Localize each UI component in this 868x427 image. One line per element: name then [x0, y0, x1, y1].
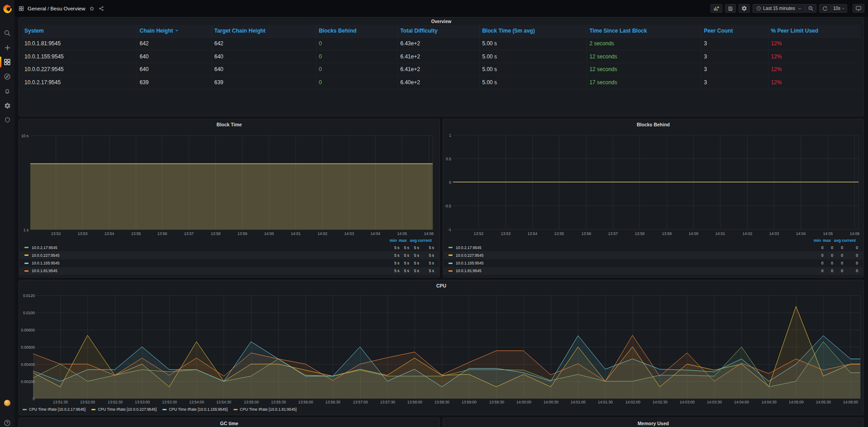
column-header[interactable]: Target Chain Height [212, 25, 316, 37]
legend-series-swatch[interactable] [448, 270, 453, 272]
panel-title-gc-time[interactable]: GC time [19, 421, 439, 426]
legend-item[interactable]: CPU Time IRate [10.0.0.227:9545] [91, 407, 157, 412]
legend-series-name[interactable]: 10.0.0.227:9545 [456, 253, 483, 258]
legend-stat-value: 0 [856, 253, 858, 258]
x-axis-tick-label: 14:03:30 [707, 400, 722, 404]
legend-series-name[interactable]: 10.0.2.17:9545 [32, 245, 57, 250]
column-header[interactable]: Peer Count [701, 25, 768, 37]
cycle-view-mode-button[interactable] [853, 4, 864, 13]
legend-series-name[interactable]: 10.0.1.155:9545 [456, 261, 483, 265]
sidebar-item-alerting[interactable] [0, 84, 14, 98]
legend-stat-header[interactable]: min [814, 238, 821, 243]
legend-stat-header[interactable]: max [399, 238, 407, 243]
dashboard-settings-button[interactable] [739, 4, 750, 13]
x-axis-tick-label: 13:52:30 [108, 400, 123, 404]
legend-stat-header[interactable]: avg [834, 238, 841, 243]
column-header[interactable]: Time Since Last Block [587, 25, 701, 37]
share-dashboard-button[interactable] [99, 6, 104, 11]
legend-stat-header[interactable]: min [390, 238, 397, 243]
time-controls: Last 15 minutes [753, 4, 816, 13]
time-range-picker[interactable]: Last 15 minutes [753, 4, 806, 13]
column-header[interactable]: Blocks Behind [316, 25, 398, 37]
legend-item[interactable]: CPU Time IRate [10.0.2.17:9545] [23, 407, 86, 412]
table-cell: 6.41e+2 [398, 63, 480, 76]
legend-stat-value: 0 [831, 253, 833, 258]
column-header[interactable]: Block Time (5m avg) [480, 25, 587, 37]
legend-stat-header[interactable]: current [842, 238, 856, 243]
x-axis-tick-label: 13:54 [528, 231, 538, 236]
x-axis-tick-label: 13:52:00 [80, 400, 95, 404]
sidebar-item-configuration[interactable] [0, 98, 14, 113]
refresh-interval-label: 10s [833, 6, 841, 11]
x-axis-tick-label: 14:03 [769, 231, 779, 236]
legend-series-swatch[interactable] [24, 270, 29, 272]
table-row: 10.0.2.17:954563963906.40e+25.00 s17 sec… [22, 76, 860, 89]
add-panel-button[interactable] [711, 4, 722, 13]
legend-row: 10.0.1.81:95455 s5 s5 s5 s [19, 267, 439, 275]
legend-stat-value: 0 [831, 261, 833, 265]
x-axis-tick-label: 13:54 [105, 231, 114, 236]
column-header[interactable]: Chain Height [137, 25, 212, 37]
sidebar-item-dashboards[interactable] [0, 55, 14, 69]
sidebar-item-explore[interactable] [0, 69, 14, 84]
x-axis-tick-label: 14:02:00 [625, 400, 640, 404]
legend-series-swatch[interactable] [24, 254, 29, 256]
clock-icon [756, 6, 761, 11]
table-cell: 2 seconds [587, 37, 701, 50]
legend-stat-value: 0 [841, 261, 843, 265]
chevron-down-icon [797, 6, 802, 11]
panel-title-overview[interactable]: Overview [19, 19, 863, 24]
legend-series-swatch[interactable] [448, 247, 453, 248]
grafana-logo[interactable] [0, 4, 14, 14]
legend-stat-header[interactable]: max [823, 238, 831, 243]
legend-series-name[interactable]: 10.0.0.227:9545 [32, 253, 59, 258]
legend-stat-value: 5 s [429, 253, 434, 258]
sidebar-item-help[interactable] [0, 416, 14, 427]
column-header[interactable]: System [22, 25, 137, 37]
table-cell: 12% [768, 37, 860, 50]
add-panel-icon [713, 6, 720, 11]
legend-stat-header[interactable]: avg [410, 238, 417, 243]
table-row: 10.0.0.227:954564064006.41e+25.00 s12 se… [22, 63, 860, 76]
table-cell: 10.0.1.155:9545 [22, 50, 137, 63]
x-axis-tick-label: 14:01:30 [598, 400, 613, 404]
sidebar-item-create[interactable] [0, 40, 14, 55]
legend-item[interactable]: CPU Time IRate [10.0.1.155:9545] [162, 407, 228, 412]
table-row: 10.0.1.81:954564264206.43e+25.00 s2 seco… [22, 37, 860, 50]
legend-series-name[interactable]: 10.0.1.81:9545 [32, 269, 57, 273]
legend-stat-value: 0 [821, 245, 824, 250]
refresh-interval-picker[interactable]: 10s [831, 4, 847, 13]
breadcrumb-dashboard-title[interactable]: Besu Overview [50, 6, 85, 11]
legend-series-name[interactable]: 10.0.2.17:9545 [456, 245, 482, 250]
sidebar-item-search[interactable] [0, 26, 14, 40]
legend-stat-value: 0 [831, 245, 833, 250]
sidebar-item-server-admin[interactable] [0, 113, 14, 127]
legend-header-row: minmaxavgcurrent [19, 237, 439, 244]
star-dashboard-button[interactable] [89, 6, 95, 11]
breadcrumb-folder[interactable]: General [28, 6, 46, 11]
y-axis-tick-label: 0.00400 [21, 362, 35, 367]
x-axis-tick-label: 13:53:00 [135, 400, 150, 404]
legend-series-swatch[interactable] [24, 263, 29, 264]
legend-series-swatch[interactable] [448, 254, 453, 256]
panel-title-memory-used[interactable]: Memory Used [443, 421, 863, 426]
refresh-button[interactable] [819, 4, 831, 13]
x-axis-tick-label: 13:54:30 [216, 400, 231, 404]
legend-series-swatch[interactable] [448, 263, 453, 264]
save-dashboard-button[interactable] [725, 4, 736, 13]
user-avatar[interactable] [0, 396, 14, 410]
x-axis-tick-label: 14:06:00 [843, 400, 858, 404]
y-axis-tick-label: 0.0120 [23, 293, 35, 298]
legend-item[interactable]: CPU Time IRate [10.0.1.81:9545] [234, 407, 296, 412]
legend-stat-header[interactable]: current [418, 238, 432, 243]
legend-series-name[interactable]: 10.0.1.81:9545 [456, 269, 482, 273]
column-header[interactable]: Total Difficulty [398, 25, 480, 37]
legend-series-swatch[interactable] [24, 247, 29, 248]
legend-series-name[interactable]: 10.0.1.155:9545 [32, 261, 59, 265]
zoom-out-time-button[interactable] [806, 4, 816, 13]
legend-row: 10.0.2.17:95455 s5 s5 s5 s [19, 244, 439, 251]
x-axis-tick-label: 14:06 [850, 231, 860, 236]
table-cell: 640 [212, 63, 316, 76]
x-axis-tick-label: 13:56:00 [298, 400, 313, 404]
column-header[interactable]: % Peer Limit Used [768, 25, 860, 37]
